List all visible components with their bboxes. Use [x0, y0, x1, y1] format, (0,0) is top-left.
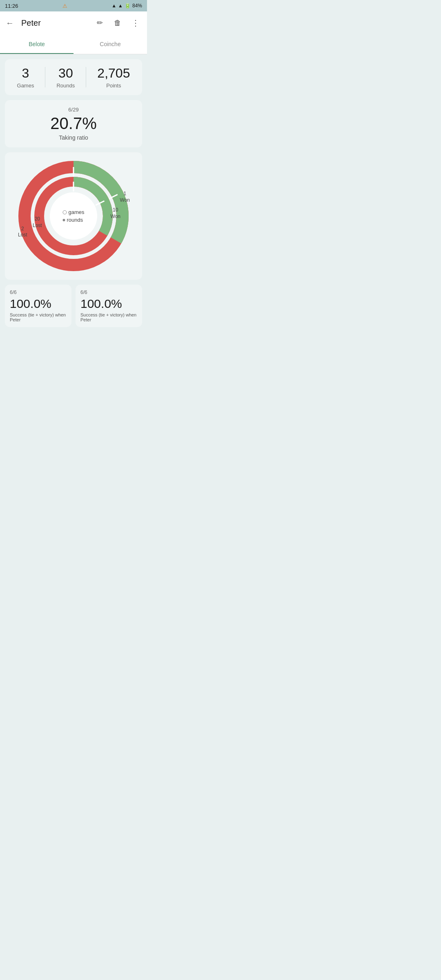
signal-icon: ▲: [118, 3, 123, 9]
bottom-value-2: 100.0%: [80, 297, 137, 311]
bottom-cards: 6/6 100.0% Success (tie + victory) when …: [5, 285, 142, 327]
legend-games-label: games: [68, 209, 84, 215]
rounds-value: 30: [58, 66, 73, 81]
status-time: 11:26: [5, 3, 18, 9]
pencil-icon: ✏: [97, 18, 103, 27]
app-bar-actions: ✏ 🗑 ⋮: [91, 15, 144, 31]
points-label: Points: [106, 82, 121, 89]
back-icon: ←: [6, 18, 14, 28]
inner-lost-label: 20 Lost: [33, 216, 42, 229]
ratio-fraction: 6/29: [11, 107, 136, 113]
bottom-value-1: 100.0%: [10, 297, 67, 311]
legend-games-circle: [62, 210, 67, 214]
rounds-label: Rounds: [56, 82, 75, 89]
divider-1: [45, 67, 45, 87]
more-icon: ⋮: [131, 18, 140, 28]
rounds-stat: 30 Rounds: [56, 66, 75, 89]
tabs: Belote Coinche: [0, 34, 147, 54]
games-label: Games: [17, 82, 34, 89]
games-stat: 3 Games: [17, 66, 34, 89]
bottom-fraction-2: 6/6: [80, 290, 137, 295]
status-bar: 11:26 ⚠ ▲ ▲ 🔋 84%: [0, 0, 147, 11]
bottom-label-2: Success (tie + victory) when Peter: [80, 312, 137, 322]
battery-icon: 🔋: [125, 3, 131, 9]
legend-rounds-label: rounds: [67, 217, 83, 223]
bottom-card-1: 6/6 100.0% Success (tie + victory) when …: [5, 285, 71, 327]
inner-won-label: 10 Won: [111, 207, 120, 220]
bottom-card-2: 6/6 100.0% Success (tie + victory) when …: [76, 285, 142, 327]
ratio-label: Taking ratio: [11, 134, 136, 141]
legend-rounds: rounds: [62, 217, 84, 223]
outer-lost-label: 2 Lost: [18, 226, 27, 238]
app-bar: ← Peter ✏ 🗑 ⋮: [0, 11, 147, 34]
tab-belote[interactable]: Belote: [0, 34, 74, 54]
back-button[interactable]: ←: [2, 15, 18, 31]
stats-card: 3 Games 30 Rounds 2,705 Points: [5, 59, 142, 95]
chart-container: games rounds 1 Won 2 Lost 10 Won: [16, 159, 131, 273]
legend-rounds-dot: [62, 219, 65, 221]
delete-button[interactable]: 🗑: [109, 15, 126, 31]
bottom-fraction-1: 6/6: [10, 290, 67, 295]
chart-card: games rounds 1 Won 2 Lost 10 Won: [5, 152, 142, 280]
page-title: Peter: [21, 18, 88, 28]
points-value: 2,705: [97, 66, 130, 81]
ratio-value: 20.7%: [11, 114, 136, 133]
battery-percent: 84%: [132, 3, 142, 9]
edit-button[interactable]: ✏: [91, 15, 108, 31]
bottom-label-1: Success (tie + victory) when Peter: [10, 312, 67, 322]
status-alert: ⚠: [62, 3, 67, 9]
more-button[interactable]: ⋮: [127, 15, 144, 31]
wifi-icon: ▲: [111, 3, 116, 9]
stats-row: 3 Games 30 Rounds 2,705 Points: [11, 66, 136, 89]
trash-icon: 🗑: [114, 19, 121, 27]
legend-games: games: [62, 209, 84, 215]
main-content: 3 Games 30 Rounds 2,705 Points 6/29 20.7…: [0, 54, 147, 332]
chart-center-legend: games rounds: [62, 209, 84, 223]
divider-2: [86, 67, 86, 87]
points-stat: 2,705 Points: [97, 66, 130, 89]
tab-coinche[interactable]: Coinche: [74, 34, 147, 54]
status-icons: ▲ ▲ 🔋 84%: [111, 3, 142, 9]
outer-won-label: 1 Won: [120, 191, 130, 203]
taking-ratio-card: 6/29 20.7% Taking ratio: [5, 100, 142, 147]
games-value: 3: [22, 66, 29, 81]
